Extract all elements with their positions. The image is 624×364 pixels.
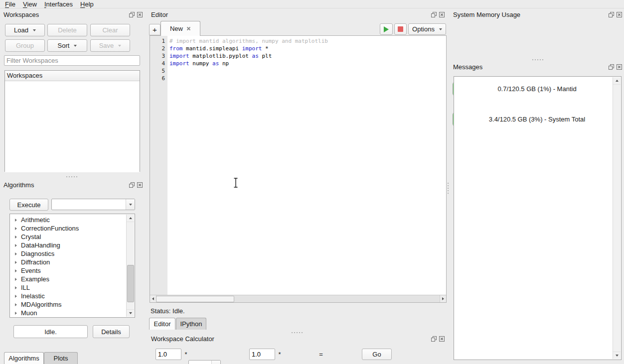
- menu-interfaces[interactable]: Interfaces: [44, 0, 73, 8]
- script-editor[interactable]: 123456 # import mantid algorithms, numpy…: [150, 35, 447, 303]
- expand-arrow-icon[interactable]: [15, 261, 17, 264]
- lhs-scale-input[interactable]: [156, 349, 181, 360]
- execute-button[interactable]: Execute: [9, 199, 48, 211]
- algorithm-category-label: Inelastic: [21, 292, 45, 300]
- editor-h-scrollbar[interactable]: [150, 295, 446, 302]
- close-panel-icon[interactable]: [137, 182, 143, 188]
- algorithm-category-label: Diagnostics: [21, 250, 54, 257]
- algorithm-category-crystal[interactable]: Crystal: [10, 233, 135, 241]
- new-tab-button[interactable]: +: [149, 24, 160, 35]
- algorithm-tree-scrollbar[interactable]: [126, 215, 134, 317]
- delete-button[interactable]: Delete: [47, 24, 87, 36]
- algorithm-category-ill[interactable]: ILL: [10, 283, 135, 292]
- editor-panel-title: Editor: [151, 11, 168, 18]
- line-number: 1: [150, 37, 167, 45]
- scroll-up-button[interactable]: [613, 77, 621, 85]
- lhs-workspace-combobox[interactable]: [188, 360, 221, 364]
- messages-panel-title: Messages: [453, 63, 482, 71]
- multiply-label: *: [182, 349, 189, 360]
- algorithm-category-label: Crystal: [21, 233, 41, 241]
- float-panel-icon[interactable]: [608, 64, 615, 70]
- expand-arrow-icon[interactable]: [15, 295, 17, 298]
- expand-arrow-icon[interactable]: [15, 286, 17, 289]
- algorithm-category-label: CorrectionFunctions: [21, 225, 79, 232]
- expand-arrow-icon[interactable]: [15, 269, 17, 272]
- scroll-down-button[interactable]: [127, 309, 134, 317]
- menu-help[interactable]: Help: [80, 0, 94, 8]
- save-button[interactable]: Save: [90, 39, 130, 52]
- menu-view[interactable]: View: [23, 0, 37, 8]
- workspaces-list: Workspaces: [4, 70, 140, 172]
- float-panel-icon[interactable]: [608, 11, 615, 18]
- scrollbar-thumb[interactable]: [127, 265, 134, 302]
- sort-button[interactable]: Sort: [47, 39, 87, 52]
- expand-arrow-icon[interactable]: [15, 312, 17, 315]
- splitter-handle[interactable]: [532, 59, 543, 60]
- algorithm-category-label: DataHandling: [21, 242, 60, 249]
- float-panel-icon[interactable]: [431, 336, 437, 342]
- line-number: 4: [150, 60, 167, 67]
- calculator-titlebar: Workspace Calculator: [148, 335, 447, 343]
- close-panel-icon[interactable]: [616, 64, 623, 70]
- tab-plots[interactable]: Plots: [44, 352, 78, 364]
- code-line: [169, 75, 446, 82]
- algorithm-category-datahandling[interactable]: DataHandling: [10, 241, 135, 249]
- algorithm-category-examples[interactable]: Examples: [10, 275, 135, 283]
- menu-file[interactable]: File: [5, 0, 15, 8]
- details-button[interactable]: Details: [93, 325, 130, 338]
- expand-arrow-icon[interactable]: [15, 227, 17, 230]
- tab-ipython[interactable]: IPython: [176, 318, 206, 330]
- expand-arrow-icon[interactable]: [15, 236, 17, 239]
- load-button[interactable]: Load: [5, 24, 45, 36]
- algorithm-category-inelastic[interactable]: Inelastic: [10, 292, 135, 300]
- algorithm-category-mdalgorithms[interactable]: MDAlgorithms: [10, 300, 135, 309]
- algorithm-category-correctionfunctions[interactable]: CorrectionFunctions: [10, 224, 135, 233]
- close-panel-icon[interactable]: [439, 11, 445, 18]
- load-button-label: Load: [14, 26, 28, 34]
- stop-button[interactable]: [394, 23, 407, 35]
- scroll-right-button[interactable]: [440, 295, 446, 302]
- clear-button[interactable]: Clear: [90, 24, 130, 36]
- close-panel-icon[interactable]: [137, 11, 143, 18]
- rhs-scale-input[interactable]: [249, 349, 275, 360]
- tab-plots-label: Plots: [54, 355, 68, 362]
- tab-editor[interactable]: Editor: [149, 318, 175, 330]
- close-panel-icon[interactable]: [616, 11, 623, 18]
- go-button-label: Go: [372, 351, 381, 358]
- workspaces-list-header: Workspaces: [5, 71, 140, 81]
- expand-arrow-icon[interactable]: [15, 244, 17, 247]
- algorithm-category-diagnostics[interactable]: Diagnostics: [10, 249, 135, 258]
- scroll-up-button[interactable]: [127, 215, 134, 222]
- splitter-handle[interactable]: [292, 332, 303, 333]
- messages-scrollbar[interactable]: [613, 77, 621, 359]
- options-button[interactable]: Options: [408, 23, 446, 35]
- algorithm-search-combobox[interactable]: [51, 199, 135, 210]
- close-tab-icon[interactable]: [186, 26, 191, 31]
- tab-algorithms[interactable]: Algorithms: [4, 352, 44, 364]
- scrollbar-thumb[interactable]: [156, 296, 234, 302]
- algorithm-category-diffraction[interactable]: Diffraction: [10, 258, 135, 266]
- expand-arrow-icon[interactable]: [15, 252, 17, 255]
- chevron-down-icon: [33, 29, 36, 31]
- expand-arrow-icon[interactable]: [15, 303, 17, 306]
- algorithm-category-events[interactable]: Events: [10, 266, 135, 275]
- splitter-handle[interactable]: [448, 183, 449, 194]
- workspaces-panel-title: Workspaces: [3, 11, 39, 18]
- expand-arrow-icon[interactable]: [15, 219, 17, 222]
- run-button[interactable]: [380, 23, 393, 35]
- float-panel-icon[interactable]: [129, 11, 135, 18]
- code-area[interactable]: # import mantid algorithms, numpy and ma…: [167, 36, 446, 295]
- algorithm-category-muon[interactable]: Muon: [10, 309, 135, 317]
- close-panel-icon[interactable]: [439, 336, 445, 342]
- workspaces-list-body[interactable]: [5, 81, 140, 172]
- splitter-handle[interactable]: [66, 176, 77, 177]
- scroll-down-button[interactable]: [613, 352, 621, 359]
- filter-workspaces-input[interactable]: [4, 55, 140, 66]
- group-button[interactable]: Group: [5, 39, 45, 52]
- go-button[interactable]: Go: [362, 349, 392, 360]
- algorithm-category-arithmetic[interactable]: Arithmetic: [10, 216, 135, 224]
- expand-arrow-icon[interactable]: [15, 278, 17, 281]
- float-panel-icon[interactable]: [129, 182, 135, 188]
- float-panel-icon[interactable]: [431, 11, 437, 18]
- editor-tab-new[interactable]: New: [160, 21, 200, 36]
